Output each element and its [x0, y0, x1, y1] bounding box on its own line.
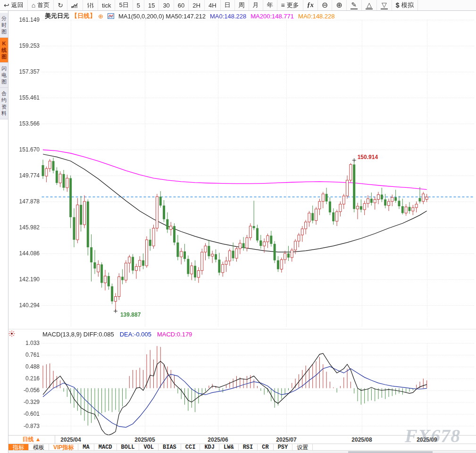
interval-week-button-label: 周	[239, 1, 245, 9]
sidebar-item-lightning-chart[interactable]: 闪电图	[0, 63, 8, 88]
tab-vol[interactable]: VOL	[139, 444, 159, 450]
x-axis-label: 2025/07	[271, 436, 301, 443]
mini-chart-icon[interactable]	[108, 13, 114, 19]
tab-cci[interactable]: CCI	[181, 444, 200, 450]
tab-bias[interactable]: BIAS	[159, 444, 181, 450]
dea-value-label: DEA:-0.005	[120, 331, 151, 338]
scrollbar-thumb[interactable]	[348, 451, 433, 453]
price-axis-label: 140.294	[10, 302, 40, 309]
price-axis-label: 147.878	[10, 198, 40, 205]
interval-30m-button[interactable]: 30	[159, 0, 174, 10]
interval-5m-button-label: 5	[137, 2, 140, 9]
ma0-blue-label: MA0:148.228	[210, 13, 246, 20]
pencil-icon: ✎	[351, 1, 358, 9]
price-axis-label: 151.670	[10, 146, 40, 153]
price-axis-label: 145.982	[10, 224, 40, 231]
draw-pencil-button[interactable]: ✎	[347, 0, 362, 10]
price-axis-label: 144.086	[10, 250, 40, 257]
tab-rsi[interactable]: RSI	[239, 444, 258, 450]
interval-5d-button[interactable]: 5日	[115, 0, 133, 10]
home-button[interactable]: ⌂首页	[28, 0, 54, 10]
back-button[interactable]: ↩返回	[0, 0, 28, 10]
add-indicator-icon[interactable]: ⊕	[98, 13, 103, 20]
interval-4h-button[interactable]: 4H	[205, 0, 221, 10]
tab-kdj[interactable]: KDJ	[200, 444, 219, 450]
interval-15m-button[interactable]: 15	[144, 0, 159, 10]
candlestick-button[interactable]	[83, 0, 98, 10]
period-selector[interactable]: 日线 ▲	[8, 436, 55, 444]
sidebar-item-time-chart[interactable]: 分时图	[0, 13, 8, 38]
tab-macd[interactable]: MACD	[94, 444, 117, 450]
interval-60m-button-label: 60	[178, 2, 184, 9]
interval-week-button[interactable]: 周	[235, 0, 249, 10]
period-tag: 【日线】	[71, 12, 96, 20]
x-axis-label: 2025/05	[130, 436, 160, 443]
interval-year-button[interactable]: 年	[263, 0, 277, 10]
macd-axis-label: -0.329	[10, 399, 40, 405]
back-arrow-icon: ↩	[4, 1, 9, 9]
tab-indicators[interactable]: 指标	[8, 444, 29, 450]
interval-month-button[interactable]: 月	[249, 0, 263, 10]
interval-15m-button-label: 15	[148, 2, 155, 9]
x-axis-row: 日线 ▲ 2025/042025/052025/062025/072025/08…	[8, 435, 476, 444]
top-toolbar: ↩返回⌂首页↻tick5日51530602H4H日周月年≡更多ƒx⊖⊕✎△▽$模…	[0, 0, 476, 11]
triangle-up-icon: △	[366, 1, 373, 9]
draw-triangle-up-button[interactable]: △	[362, 0, 377, 10]
ma200-label: MA200:148.771	[251, 13, 294, 20]
tab-boll[interactable]: BOLL	[117, 444, 140, 450]
formula-button[interactable]: ƒx	[303, 0, 318, 10]
macd-axis-label: -0.873	[10, 423, 40, 429]
interval-5m-button[interactable]: 5	[133, 0, 144, 10]
home-icon: ⌂	[32, 1, 35, 9]
interval-day-button-label: 日	[225, 1, 231, 9]
indicator-tab-bar: 指标模板VIP指标MAMACDBOLLVOLBIASCCIKDJLW&RSICR…	[8, 444, 476, 451]
macd-axis-label: 0.761	[10, 352, 40, 358]
interval-60m-button[interactable]: 60	[174, 0, 189, 10]
price-axis-label: 157.357	[10, 68, 40, 75]
refresh-icon: ↻	[58, 1, 63, 9]
ma0-orange-label: MA0:148.228	[298, 13, 334, 20]
tab-lw[interactable]: LW&	[219, 444, 239, 450]
zoom-out-icon: ⊖	[322, 1, 328, 9]
ma-settings-label: MA1(50,0,200,0) MA50:147.212	[118, 13, 206, 20]
area-chart-icon	[71, 2, 79, 8]
tab-settings[interactable]: 设置	[292, 444, 313, 450]
sidebar-item-kline-chart[interactable]: K线图	[0, 38, 8, 63]
candlestick-icon	[87, 2, 94, 8]
interval-year-button-label: 年	[267, 1, 273, 9]
simulate-trade-button-label: 模拟	[401, 1, 414, 9]
x-axis-label: 2025/06	[203, 436, 233, 443]
back-button-label: 返回	[11, 1, 24, 9]
interval-2h-button-label: 2H	[192, 2, 200, 9]
tab-ma[interactable]: MA	[78, 444, 94, 450]
interval-2h-button[interactable]: 2H	[189, 0, 205, 10]
interval-month-button-label: 月	[253, 1, 259, 9]
interval-tick-button[interactable]: tick	[98, 0, 116, 10]
menu-icon: ≡	[281, 1, 285, 9]
tab-psy[interactable]: PSY	[274, 444, 293, 450]
x-axis-label: 2025/04	[56, 436, 86, 443]
tab-cr[interactable]: CR	[258, 444, 273, 450]
simulate-trade-button[interactable]: $模拟	[392, 0, 418, 10]
draw-triangle-down-button[interactable]: ▽	[377, 0, 392, 10]
chart-canvas[interactable]	[8, 11, 476, 435]
interval-30m-button-label: 30	[163, 2, 169, 9]
dollar-icon: $	[396, 1, 400, 9]
indicator-settings-icon[interactable]	[8, 330, 15, 337]
area-chart-button[interactable]	[67, 0, 83, 10]
horizontal-scrollbar[interactable]	[8, 451, 476, 453]
tab-templates[interactable]: 模板	[29, 444, 49, 450]
refresh-button[interactable]: ↻	[54, 0, 67, 10]
symbol-name: 美元日元	[45, 12, 69, 20]
macd-axis-label: 0.216	[10, 375, 40, 382]
interval-day-button[interactable]: 日	[221, 0, 235, 10]
tab-vip-indicators[interactable]: VIP指标	[49, 444, 78, 450]
more-button[interactable]: ≡更多	[277, 0, 303, 10]
zoom-in-button[interactable]: ⊕	[332, 0, 346, 10]
macd-axis-label: 1.033	[10, 340, 40, 346]
zoom-in-icon: ⊕	[336, 1, 342, 9]
price-axis-label: 159.253	[10, 42, 40, 49]
macd-pane-header: MACD(13,8,9) DIFF:0.085 DEA:-0.005 MACD:…	[42, 331, 192, 338]
sidebar-item-contract-info[interactable]: 合约资料	[0, 88, 8, 119]
zoom-out-button[interactable]: ⊖	[318, 0, 332, 10]
